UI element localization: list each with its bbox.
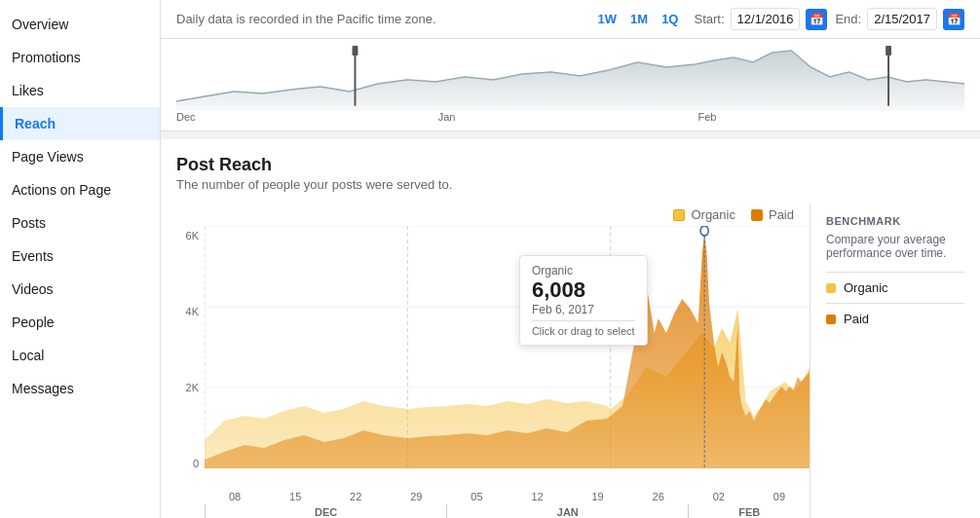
x-label-26-jan: 26 bbox=[653, 491, 664, 502]
start-calendar-icon[interactable]: 📅 bbox=[806, 9, 827, 30]
benchmark-organic: Organic bbox=[826, 272, 964, 303]
tooltip-value: 6,008 bbox=[532, 278, 635, 303]
tooltip-date: Feb 6, 2017 bbox=[532, 303, 635, 316]
sidebar-item-people[interactable]: People bbox=[0, 306, 160, 339]
sidebar-item-likes[interactable]: Likes bbox=[0, 74, 160, 107]
date-range-bar: Daily data is recorded in the Pacific ti… bbox=[161, 0, 980, 39]
x-section-dec: DEC bbox=[315, 506, 337, 518]
x-label-22-dec: 22 bbox=[350, 491, 361, 502]
time-btn-1m[interactable]: 1M bbox=[626, 10, 652, 28]
x-section-feb: FEB bbox=[738, 506, 760, 518]
time-buttons: 1W1M1Q bbox=[594, 10, 683, 28]
mini-label-jan: Jan bbox=[438, 111, 456, 123]
svg-rect-1 bbox=[353, 46, 358, 56]
benchmark-paid-dot bbox=[826, 314, 836, 324]
sidebar-item-reach[interactable]: Reach bbox=[0, 107, 160, 140]
x-label-05-jan: 05 bbox=[471, 491, 482, 502]
mini-label-feb: Feb bbox=[697, 111, 716, 123]
svg-rect-2 bbox=[887, 48, 889, 106]
tooltip-label: Organic bbox=[532, 264, 635, 278]
mini-chart: Dec Jan Feb x bbox=[161, 39, 980, 131]
y-label-4k: 4K bbox=[186, 306, 199, 317]
tooltip-hint: Click or drag to select bbox=[532, 325, 635, 337]
post-reach-section: Post Reach The number of people your pos… bbox=[161, 139, 980, 518]
paid-legend-label: Paid bbox=[769, 207, 794, 222]
y-axis: 6K 4K 2K 0 bbox=[161, 226, 205, 489]
end-calendar-icon[interactable]: 📅 bbox=[943, 9, 964, 30]
start-date[interactable]: 12/1/2016 bbox=[731, 8, 801, 30]
benchmark-paid-label: Paid bbox=[844, 312, 869, 326]
benchmark-organic-dot bbox=[826, 283, 836, 293]
legend-organic: Organic bbox=[673, 207, 735, 222]
start-label: Start: bbox=[694, 12, 724, 26]
svg-rect-0 bbox=[355, 48, 357, 106]
sidebar-item-posts[interactable]: Posts bbox=[0, 206, 160, 240]
chart-area: Organic Paid 6K 4K 2K 0 bbox=[161, 204, 810, 518]
x-label-02-feb: 02 bbox=[713, 491, 725, 502]
end-date[interactable]: 2/15/2017 bbox=[867, 8, 937, 30]
sidebar-item-videos[interactable]: Videos bbox=[0, 273, 160, 306]
tooltip: Organic 6,008 Feb 6, 2017 Click or drag … bbox=[519, 255, 648, 346]
x-label-29-dec: 29 bbox=[410, 491, 422, 502]
sidebar-item-local[interactable]: Local bbox=[0, 339, 160, 372]
x-section-jan: JAN bbox=[557, 506, 579, 518]
main-content: Daily data is recorded in the Pacific ti… bbox=[161, 0, 980, 518]
end-label: End: bbox=[835, 12, 861, 26]
svg-point-12 bbox=[700, 226, 708, 236]
time-btn-1q[interactable]: 1Q bbox=[658, 10, 682, 28]
benchmark-paid: Paid bbox=[826, 303, 964, 334]
section-header: Post Reach The number of people your pos… bbox=[161, 139, 980, 196]
x-label-08-dec: 08 bbox=[229, 491, 241, 502]
benchmark-description: Compare your average performance over ti… bbox=[826, 233, 964, 260]
x-label-12-jan: 12 bbox=[531, 491, 543, 502]
date-inputs: Start: 12/1/2016 📅End: 2/15/2017 📅 bbox=[694, 8, 964, 30]
paid-legend-dot bbox=[751, 209, 763, 221]
chart-svg-wrap[interactable]: Organic 6,008 Feb 6, 2017 Click or drag … bbox=[205, 226, 810, 489]
sidebar-item-page-views[interactable]: Page Views bbox=[0, 140, 160, 173]
chart-inner: 6K 4K 2K 0 bbox=[161, 226, 810, 489]
time-btn-1w[interactable]: 1W bbox=[594, 10, 622, 28]
sidebar-item-actions-on-page[interactable]: Actions on Page bbox=[0, 173, 160, 206]
x-label-19-jan: 19 bbox=[591, 491, 603, 502]
sidebar-item-messages[interactable]: Messages bbox=[0, 372, 160, 405]
organic-legend-label: Organic bbox=[691, 207, 735, 222]
y-label-0: 0 bbox=[193, 458, 199, 469]
svg-rect-3 bbox=[886, 46, 891, 56]
mini-chart-svg bbox=[176, 43, 964, 111]
y-label-2k: 2K bbox=[186, 382, 199, 393]
chart-legend: Organic Paid bbox=[161, 204, 810, 226]
x-label-09-feb: 09 bbox=[773, 491, 785, 502]
sidebar-item-overview[interactable]: Overview bbox=[0, 8, 160, 41]
sidebar: OverviewPromotionsLikesReachPage ViewsAc… bbox=[0, 0, 161, 518]
main-chart-svg bbox=[205, 226, 810, 469]
benchmark-organic-label: Organic bbox=[844, 280, 888, 295]
chart-container: Organic Paid 6K 4K 2K 0 bbox=[161, 196, 980, 518]
sidebar-item-promotions[interactable]: Promotions bbox=[0, 41, 160, 74]
y-label-6k: 6K bbox=[186, 230, 199, 241]
benchmark-title: BENCHMARK bbox=[826, 215, 964, 227]
mini-label-dec: Dec bbox=[176, 111, 196, 123]
x-axis: 08 15 22 29 05 12 19 26 02 09 bbox=[161, 489, 810, 518]
legend-paid: Paid bbox=[751, 207, 794, 222]
benchmark-panel: BENCHMARK Compare your average performan… bbox=[810, 204, 980, 518]
organic-legend-dot bbox=[673, 209, 685, 221]
sidebar-item-events[interactable]: Events bbox=[0, 240, 160, 273]
section-title: Post Reach bbox=[176, 155, 964, 175]
x-label-15-dec: 15 bbox=[289, 491, 301, 502]
section-subtitle: The number of people your posts were ser… bbox=[176, 177, 964, 192]
pacific-timezone-note: Daily data is recorded in the Pacific ti… bbox=[176, 12, 583, 26]
